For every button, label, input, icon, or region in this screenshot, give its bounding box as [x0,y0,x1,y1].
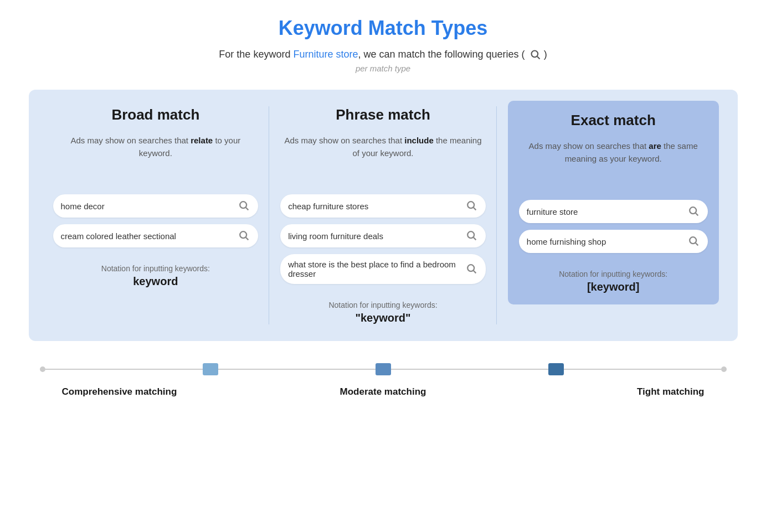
svg-line-13 [695,213,698,216]
phrase-keyword-emphasis: include [404,136,434,145]
svg-point-8 [467,231,474,238]
timeline-block-moderate [376,363,391,375]
phrase-pill-2: living room furniture deals [280,224,486,247]
svg-line-7 [474,208,476,210]
svg-point-6 [467,202,474,208]
phrase-pill-1-text: cheap furniture stores [288,202,466,211]
search-pill-icon-1 [238,200,250,212]
timeline-labels: Comprehensive matching Moderate matching… [40,386,727,397]
broad-match-desc: Ads may show on searches that relate to … [53,135,259,179]
exact-match-desc: Ads may show on searches that are the sa… [519,140,708,184]
svg-line-5 [246,237,249,240]
exact-search-pills: furniture store home furnishing shop [519,200,708,253]
search-icon [530,49,541,60]
broad-pill-2-text: cream colored leather sectional [61,231,239,241]
svg-point-12 [690,207,696,214]
timeline-label-moderate: Moderate matching [270,386,496,397]
exact-pill-2-text: home furnishing shop [527,237,688,246]
broad-pill-1-text: home decor [61,202,239,211]
timeline-right-dot [721,366,727,372]
match-types-container: Broad match Ads may show on searches tha… [29,90,738,341]
timeline-segment-2 [218,369,376,370]
timeline-segment-1 [45,369,203,370]
page-title: Keyword Match Types [279,17,487,40]
svg-line-1 [537,56,540,59]
phrase-notation-value: "keyword" [280,312,486,324]
timeline-label-broad: Comprehensive matching [40,386,266,397]
keyword-highlight: Furniture store [293,49,358,60]
phrase-notation: Notation for inputting keywords: "keywor… [280,301,486,324]
broad-notation: Notation for inputting keywords: keyword [53,264,259,288]
search-pill-icon-2 [238,230,250,242]
exact-notation-label: Notation for inputting keywords: [519,270,708,278]
broad-keyword-emphasis: relate [191,136,213,145]
phrase-pill-3-text: what store is the best place to find a b… [288,260,466,278]
search-pill-icon-4 [466,230,478,242]
svg-line-9 [474,237,476,240]
search-pill-icon-6 [688,205,700,218]
phrase-search-pills: cheap furniture stores living room furni… [280,194,486,284]
phrase-match-column: Phrase match Ads may show on searches th… [269,106,497,324]
exact-match-title: Exact match [519,112,708,129]
phrase-pill-2-text: living room furniture deals [288,231,466,241]
timeline-section: Comprehensive matching Moderate matching… [29,363,738,397]
exact-pill-1: furniture store [519,200,708,223]
phrase-pill-3: what store is the best place to find a b… [280,254,486,284]
broad-match-title: Broad match [53,106,259,123]
exact-match-inner: Exact match Ads may show on searches tha… [508,101,719,304]
exact-notation: Notation for inputting keywords: [keywor… [519,270,708,293]
timeline-bar [40,363,727,375]
search-pill-icon-7 [688,235,700,247]
timeline-block-broad [203,363,218,375]
exact-keyword-emphasis: are [649,141,661,151]
timeline-segment-4 [564,369,721,370]
svg-point-10 [467,265,474,271]
broad-match-column: Broad match Ads may show on searches tha… [42,106,270,324]
exact-pill-2: home furnishing shop [519,230,708,253]
broad-pill-1: home decor [53,194,259,218]
broad-pill-2: cream colored leather sectional [53,224,259,247]
exact-match-column: Exact match Ads may show on searches tha… [497,106,724,324]
svg-line-15 [695,243,698,246]
exact-notation-value: [keyword] [519,281,708,293]
exact-pill-1-text: furniture store [527,207,688,216]
phrase-pill-1: cheap furniture stores [280,194,486,218]
phrase-match-title: Phrase match [280,106,486,123]
timeline-label-tight: Tight matching [500,386,726,397]
per-match-label: per match type [356,64,410,73]
broad-search-pills: home decor cream colored leather section… [53,194,259,247]
subtitle-prefix: For the keyword [219,49,293,60]
svg-point-0 [531,51,538,58]
subtitle: For the keyword Furniture store, we can … [219,49,547,60]
svg-line-3 [246,208,249,210]
svg-line-11 [474,271,476,273]
timeline-segment-3 [391,369,548,370]
svg-point-4 [240,231,246,238]
svg-point-2 [240,202,246,208]
phrase-notation-label: Notation for inputting keywords: [280,301,486,309]
subtitle-suffix: , we can match the following queries ( ) [358,49,547,60]
broad-notation-value: keyword [53,275,259,288]
search-pill-icon-5 [466,263,478,275]
search-pill-icon-3 [466,200,478,212]
timeline-block-tight [548,363,564,375]
phrase-match-desc: Ads may show on searches that include th… [280,135,486,179]
timeline-left-dot [40,366,45,372]
svg-point-14 [690,237,696,244]
broad-notation-label: Notation for inputting keywords: [53,264,259,273]
